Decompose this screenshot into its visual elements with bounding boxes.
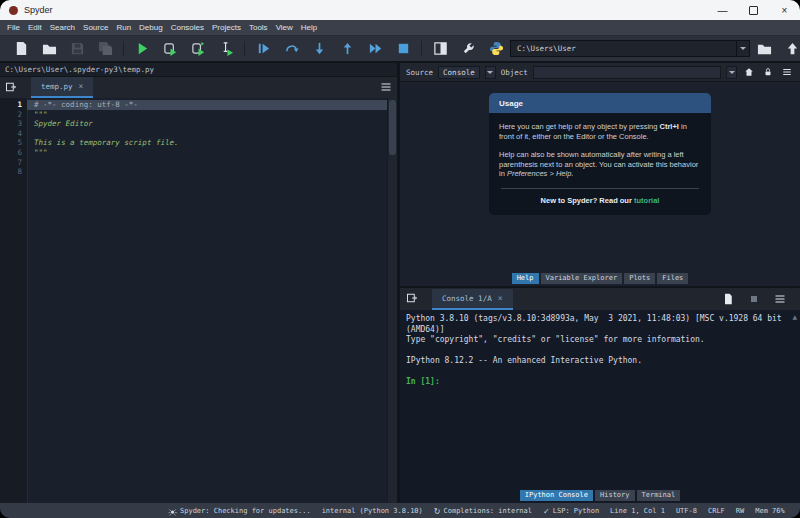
menu-consoles[interactable]: Consoles [167, 23, 208, 32]
menu-source[interactable]: Source [79, 23, 112, 32]
save-icon[interactable] [69, 41, 85, 57]
source-value: Console [443, 68, 475, 77]
run-cell-icon[interactable] [162, 41, 178, 57]
code-text: """ [27, 148, 387, 158]
home-icon[interactable] [742, 67, 756, 77]
menu-edit[interactable]: Edit [24, 23, 46, 32]
console-tab-label: Console 1/A [442, 294, 492, 303]
tab-plots[interactable]: Plots [624, 273, 655, 284]
maximize-button[interactable] [738, 0, 769, 20]
completions-refresh-icon: ↻ [434, 507, 441, 516]
step-into-icon[interactable] [311, 41, 327, 57]
tab-ipython-console[interactable]: IPython Console [520, 490, 593, 501]
chevron-down-icon [487, 71, 493, 74]
source-select[interactable]: Console [438, 66, 480, 79]
console-line: IPython 8.12.2 -- An enhanced Interactiv… [406, 356, 794, 367]
scroll-up-icon[interactable]: ▲ [792, 312, 797, 323]
code-text [27, 167, 387, 177]
editor-pane: C:\Users\User\.spyder-py3\temp.py temp.p… [0, 63, 397, 503]
code-text [27, 129, 387, 139]
preferences-wrench-icon[interactable] [460, 41, 476, 57]
status-permissions: RW [736, 507, 744, 515]
tab-files[interactable]: Files [657, 273, 688, 284]
menu-view[interactable]: View [272, 23, 297, 32]
editor-options-icon[interactable] [380, 79, 392, 97]
new-file-icon[interactable] [13, 41, 29, 57]
open-directory-icon[interactable] [756, 41, 772, 57]
console-options-icon[interactable] [774, 293, 786, 305]
save-all-icon[interactable] [97, 41, 113, 57]
code-text: This is a temporary script file. [27, 138, 387, 148]
main-area: C:\Users\User\.spyder-py3\temp.py temp.p… [0, 63, 800, 503]
menu-search[interactable]: Search [46, 23, 79, 32]
menu-projects[interactable]: Projects [208, 23, 245, 32]
menu-help[interactable]: Help [297, 23, 321, 32]
status-completions: ↻ Completions: internal [434, 507, 532, 516]
chevron-down-icon [740, 47, 746, 50]
pythonpath-manager-icon[interactable] [488, 41, 504, 57]
statusbar: Spyder: Checking for updates... internal… [0, 503, 800, 518]
status-eol: CRLF [708, 507, 725, 515]
close-button[interactable]: × [769, 0, 800, 20]
continue-icon[interactable] [367, 41, 383, 57]
titlebar: Spyder — × [0, 0, 800, 20]
console-line [406, 367, 794, 378]
usage-paragraph-1: Here you can get help of any object by p… [499, 122, 701, 141]
code-line: 3 Spyder Editor [0, 119, 387, 129]
open-file-icon[interactable] [41, 41, 57, 57]
menu-debug[interactable]: Debug [135, 23, 167, 32]
stop-debug-icon[interactable] [395, 41, 411, 57]
close-tab-icon[interactable]: × [79, 82, 84, 91]
console-output[interactable]: Python 3.8.10 (tags/v3.8.10:3d8993a, May… [400, 310, 800, 488]
step-out-icon[interactable] [339, 41, 355, 57]
lock-icon[interactable] [761, 67, 775, 77]
object-combo[interactable] [533, 66, 721, 79]
close-tab-icon[interactable]: × [498, 294, 503, 303]
menu-run[interactable]: Run [112, 23, 135, 32]
menu-file[interactable]: File [3, 23, 24, 32]
console-tab-1a[interactable]: Console 1/A × [432, 289, 513, 310]
line-number: 8 [0, 167, 27, 177]
editor-tab-temp-py[interactable]: temp.py × [31, 77, 93, 98]
editor-breadcrumb: C:\Users\User\.spyder-py3\temp.py [0, 63, 397, 77]
code-line: 1 # -*- coding: utf-8 -*- [0, 100, 387, 110]
interrupt-kernel-icon[interactable] [751, 296, 757, 302]
line-number: 1 [0, 100, 27, 110]
browse-tabs-icon[interactable] [5, 79, 17, 97]
spider-icon [168, 507, 177, 516]
tab-variable-explorer[interactable]: Variable Explorer [541, 273, 623, 284]
status-memory: Mem 76% [755, 507, 785, 515]
inspect-object-icon[interactable] [722, 293, 734, 305]
working-directory-combo[interactable]: C:\Users\User [510, 40, 750, 57]
status-cursor-position: Line 1, Col 1 [610, 507, 665, 515]
line-number: 3 [0, 119, 27, 129]
object-label: Object [501, 68, 528, 77]
tab-terminal[interactable]: Terminal [637, 490, 681, 501]
maximize-pane-icon[interactable] [432, 41, 448, 57]
debug-file-icon[interactable] [255, 41, 271, 57]
source-dropdown[interactable] [485, 66, 496, 79]
run-cell-advance-icon[interactable] [190, 41, 206, 57]
run-file-icon[interactable] [134, 41, 150, 57]
menu-tools[interactable]: Tools [245, 23, 272, 32]
help-options-icon[interactable] [780, 67, 794, 77]
spyder-app-icon [9, 6, 18, 15]
go-up-icon[interactable] [784, 41, 800, 57]
editor-scrollbar[interactable] [387, 98, 397, 503]
main-toolbar: C:\Users\User [0, 36, 800, 63]
working-directory-dropdown[interactable] [736, 41, 749, 56]
tutorial-link[interactable]: tutorial [634, 196, 659, 205]
browse-tabs-icon[interactable] [406, 290, 418, 308]
help-pane-tabs: Help Variable Explorer Plots Files [400, 271, 800, 286]
tab-history[interactable]: History [595, 490, 635, 501]
code-line: 7 [0, 158, 387, 168]
maximize-icon [749, 6, 758, 15]
code-editor[interactable]: 1 # -*- coding: utf-8 -*- 2 """ 3 Spyder… [0, 98, 387, 503]
line-number: 7 [0, 158, 27, 168]
step-over-icon[interactable] [283, 41, 299, 57]
run-selection-icon[interactable] [218, 41, 234, 57]
object-dropdown[interactable] [726, 66, 737, 79]
minimize-button[interactable]: — [707, 0, 738, 20]
scrollbar-thumb[interactable] [389, 100, 396, 155]
tab-help[interactable]: Help [512, 273, 539, 284]
